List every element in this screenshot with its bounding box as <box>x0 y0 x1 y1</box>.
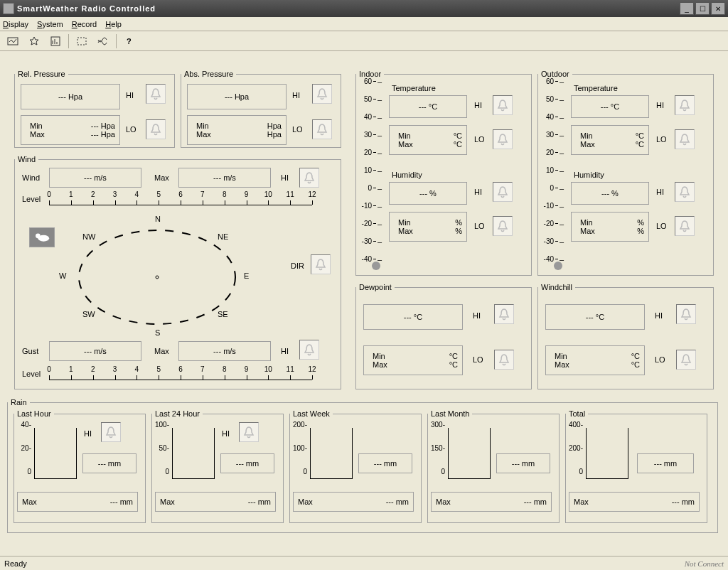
toolbar-button-3[interactable] <box>46 33 65 50</box>
maximize-button[interactable]: ☐ <box>695 2 710 15</box>
rel-pressure-minmax: Min--- Hpa Max--- Hpa <box>21 115 120 145</box>
windchill-alarm-lo[interactable] <box>676 350 696 370</box>
toolbar-button-help[interactable]: ? <box>119 33 139 50</box>
outdoor-humid-minmax: Min% Max% <box>571 212 649 242</box>
wind-max-speed: --- m/s <box>178 168 271 188</box>
indoor-humid-alarm-lo[interactable] <box>493 216 513 236</box>
menu-bar: Display System Record Help <box>0 17 728 31</box>
wind-speed: --- m/s <box>49 168 141 188</box>
dewpoint-alarm-lo[interactable] <box>494 350 514 370</box>
status-ready: Ready <box>4 559 27 568</box>
svg-point-11 <box>156 276 159 279</box>
wind-dir-alarm[interactable] <box>311 254 331 274</box>
outdoor-temp-alarm-hi[interactable] <box>675 95 695 115</box>
wind-alarm-hi[interactable] <box>299 168 319 188</box>
gust-speed: --- m/s <box>49 341 141 361</box>
outdoor-humid-value: --- % <box>571 182 649 205</box>
indoor-temp-alarm-hi[interactable] <box>493 95 513 115</box>
svg-rect-5 <box>77 38 86 45</box>
abs-pressure-value: --- Hpa <box>187 84 287 109</box>
outdoor-humid-alarm-lo[interactable] <box>675 216 695 236</box>
windchill-group: Windchill --- °C HI Min°C Max°C LO <box>537 283 714 389</box>
outdoor-group: Outdoor 60–50–40–30–20–10–0–-10–-20–-30–… <box>537 70 714 276</box>
indoor-temp-value: --- °C <box>389 95 467 118</box>
rain-group: Rain Last Hour 40-20-0 HI --- mm Max--- … <box>7 398 718 533</box>
indoor-thermo-scale: 60–50–40–30–20–10–0–-10–-20–-30–-40– <box>358 81 379 269</box>
gust-max-speed: --- m/s <box>178 341 271 361</box>
gust-level-scale: 0123456789101112 <box>49 365 312 382</box>
svg-text:**: ** <box>42 236 49 244</box>
rain-last-24: Last 24 Hour 100-50-0 HI --- mm Max--- m… <box>151 409 284 523</box>
toolbar-button-5[interactable] <box>93 33 113 50</box>
dewpoint-alarm-hi[interactable] <box>494 304 514 324</box>
lo-label: LO <box>126 125 136 134</box>
dewpoint-value: --- °C <box>363 304 463 330</box>
weather-icon: ** <box>29 227 55 247</box>
toolbar-button-2[interactable] <box>24 33 44 50</box>
indoor-humid-minmax: Min% Max% <box>389 212 467 242</box>
dewpoint-group: Dewpoint --- °C HI Min°C Max°C LO <box>355 283 532 389</box>
outdoor-temp-alarm-lo[interactable] <box>675 129 695 149</box>
rel-pressure-legend: Rel. Pressure <box>15 70 68 78</box>
indoor-temp-alarm-lo[interactable] <box>493 129 513 149</box>
windchill-minmax: Min°C Max°C <box>545 345 645 375</box>
rel-pressure-alarm-lo[interactable] <box>146 119 166 139</box>
app-title: SmartWeather Radio Controlled <box>17 4 680 13</box>
dewpoint-minmax: Min°C Max°C <box>363 345 463 375</box>
wind-group: Wind Wind --- m/s Max --- m/s HI Level 0… <box>14 155 341 389</box>
abs-pressure-group: Abs. Pressure --- Hpa HI MinHpa MaxHpa L… <box>181 70 341 148</box>
menu-display[interactable]: Display <box>3 20 28 28</box>
abs-pressure-legend: Abs. Pressure <box>181 70 236 78</box>
abs-pressure-minmax: MinHpa MaxHpa <box>187 115 287 145</box>
toolbar-button-4[interactable] <box>72 33 92 50</box>
outdoor-temp-minmax: Min°C Max°C <box>571 125 649 155</box>
menu-record[interactable]: Record <box>72 20 97 28</box>
windchill-alarm-hi[interactable] <box>676 304 696 324</box>
rel-pressure-value: --- Hpa <box>21 84 120 109</box>
app-icon <box>3 3 14 14</box>
hi-label: HI <box>126 91 134 100</box>
indoor-temp-minmax: Min°C Max°C <box>389 125 467 155</box>
indoor-humid-alarm-hi[interactable] <box>493 182 513 202</box>
rain-hour-alarm[interactable] <box>101 422 121 442</box>
abs-pressure-alarm-hi[interactable] <box>312 84 332 104</box>
gust-alarm-hi[interactable] <box>299 340 319 360</box>
toolbar: ? <box>0 31 728 51</box>
rain-last-hour: Last Hour 40-20-0 HI --- mm Max--- mm <box>14 409 146 523</box>
wind-level-scale: 0123456789101112 <box>49 190 312 208</box>
outdoor-thermo-scale: 60–50–40–30–20–10–0–-10–-20–-30–-40– <box>540 81 561 269</box>
close-button[interactable]: ✕ <box>711 2 725 15</box>
svg-point-10 <box>79 230 235 324</box>
rain-total: Total 400-200-0 --- mm Max--- mm <box>565 409 707 523</box>
rel-pressure-group: Rel. Pressure --- Hpa HI Min--- Hpa Max-… <box>14 70 175 148</box>
rain-24-alarm[interactable] <box>239 422 259 442</box>
status-bar: Ready Not Connect <box>0 556 728 570</box>
indoor-humid-value: --- % <box>389 182 467 205</box>
indoor-group: Indoor 60–50–40–30–20–10–0–-10–-20–-30–-… <box>355 70 532 276</box>
rain-last-month: Last Month 300-150-0 --- mm Max--- mm <box>427 409 560 523</box>
menu-help[interactable]: Help <box>105 20 122 28</box>
toolbar-button-1[interactable] <box>3 33 23 50</box>
minimize-button[interactable]: _ <box>680 2 694 15</box>
abs-pressure-alarm-lo[interactable] <box>312 119 332 139</box>
menu-system[interactable]: System <box>37 20 63 28</box>
windchill-value: --- °C <box>545 304 645 330</box>
rain-last-week: Last Week 200-100-0 --- mm Max--- mm <box>289 409 422 523</box>
outdoor-humid-alarm-hi[interactable] <box>675 182 695 202</box>
status-connect: Not Connect <box>685 559 724 568</box>
wind-legend: Wind <box>15 155 38 163</box>
title-bar: SmartWeather Radio Controlled _ ☐ ✕ <box>0 0 728 17</box>
rel-pressure-alarm-hi[interactable] <box>146 84 166 104</box>
svg-text:?: ? <box>127 37 132 45</box>
outdoor-temp-value: --- °C <box>571 95 649 118</box>
